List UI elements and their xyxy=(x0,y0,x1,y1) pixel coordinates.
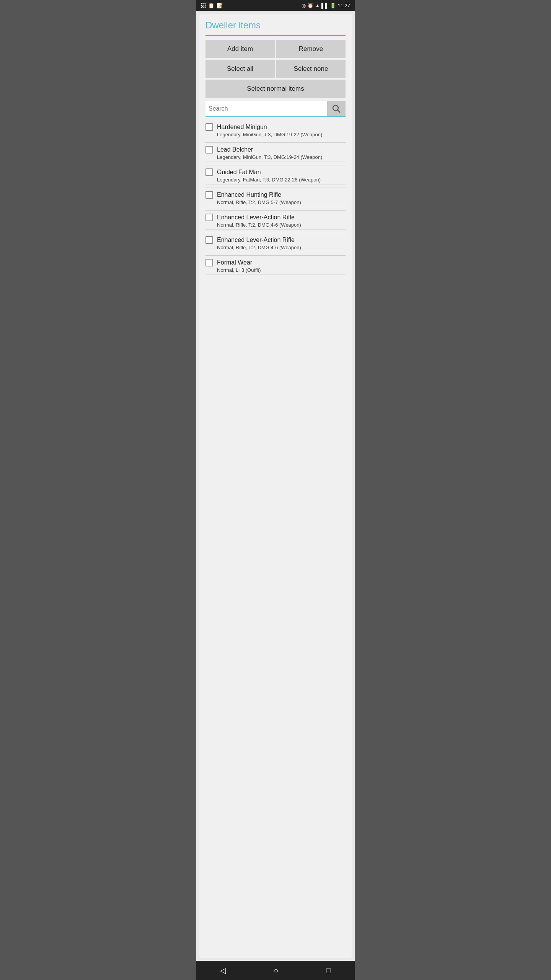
select-none-button[interactable]: Select none xyxy=(276,60,346,78)
recent-button[interactable]: □ xyxy=(318,965,338,977)
add-remove-row: Add item Remove xyxy=(205,40,346,58)
item-name-3: Enhanced Hunting Rifle xyxy=(217,191,281,198)
svg-point-0 xyxy=(333,105,338,111)
item-desc-1: Legendary, MiniGun, T:3, DMG:19-24 (Weap… xyxy=(205,154,346,162)
item-header-3: Enhanced Hunting Rifle xyxy=(205,191,346,199)
target-icon: ◎ xyxy=(302,3,306,8)
item-checkbox-0[interactable] xyxy=(205,123,213,131)
item-desc-5: Normal, Rifle, T:2, DMG:4-6 (Weapon) xyxy=(205,245,346,252)
item-header-2: Guided Fat Man xyxy=(205,168,346,176)
item-header-1: Lead Belcher xyxy=(205,146,346,154)
time-display: 11:27 xyxy=(337,3,350,8)
item-desc-6: Normal, L+3 (Outfit) xyxy=(205,267,346,275)
item-checkbox-2[interactable] xyxy=(205,168,213,176)
remove-button[interactable]: Remove xyxy=(276,40,346,58)
nav-bar: ◁ ○ □ xyxy=(196,961,355,980)
home-button[interactable]: ○ xyxy=(266,965,286,977)
list-item[interactable]: Lead BelcherLegendary, MiniGun, T:3, DMG… xyxy=(205,143,346,165)
item-desc-2: Legendary, FatMan, T:3, DMG:22-26 (Weapo… xyxy=(205,177,346,185)
alarm-icon: ⏰ xyxy=(307,3,313,8)
item-checkbox-4[interactable] xyxy=(205,214,213,221)
add-item-button[interactable]: Add item xyxy=(205,40,275,58)
select-all-button[interactable]: Select all xyxy=(205,60,275,78)
select-row: Select all Select none xyxy=(205,60,346,78)
item-checkbox-6[interactable] xyxy=(205,259,213,266)
status-left-icons: 🖼 📋 📝 xyxy=(201,3,223,8)
item-checkbox-1[interactable] xyxy=(205,146,213,154)
back-button[interactable]: ◁ xyxy=(212,964,233,977)
item-name-2: Guided Fat Man xyxy=(217,169,261,176)
item-name-1: Lead Belcher xyxy=(217,146,253,153)
modal-title: Dweller items xyxy=(205,20,346,31)
list-item[interactable]: Enhanced Hunting RifleNormal, Rifle, T:2… xyxy=(205,188,346,211)
status-bar: 🖼 📋 📝 ◎ ⏰ ▲ ▌▌ 🔋 11:27 xyxy=(196,0,355,11)
signal-icon: ▌▌ xyxy=(321,3,328,8)
items-list: Hardened MinigunLegendary, MiniGun, T:3,… xyxy=(205,120,346,952)
item-desc-3: Normal, Rifle, T:2, DMG:5-7 (Weapon) xyxy=(205,199,346,207)
clipboard-icon: 📝 xyxy=(217,3,223,8)
list-item[interactable]: Guided Fat ManLegendary, FatMan, T:3, DM… xyxy=(205,165,346,188)
battery-icon: 🔋 xyxy=(330,3,336,8)
item-desc-0: Legendary, MiniGun, T:3, DMG:19-22 (Weap… xyxy=(205,132,346,139)
title-divider xyxy=(205,35,346,36)
phone-frame: 🖼 📋 📝 ◎ ⏰ ▲ ▌▌ 🔋 11:27 Dweller items Add… xyxy=(196,0,355,980)
search-button[interactable] xyxy=(327,101,346,116)
modal-container: Dweller items Add item Remove Select all… xyxy=(199,14,352,958)
wifi-icon: ▲ xyxy=(315,3,320,8)
select-normal-button[interactable]: Select normal items xyxy=(205,80,346,98)
photo-icon: 🖼 xyxy=(201,3,206,8)
item-header-6: Formal Wear xyxy=(205,259,346,266)
item-checkbox-3[interactable] xyxy=(205,191,213,199)
list-item[interactable]: Formal WearNormal, L+3 (Outfit) xyxy=(205,256,346,278)
item-name-6: Formal Wear xyxy=(217,259,252,266)
item-name-4: Enhanced Lever-Action Rifle xyxy=(217,214,295,221)
item-desc-4: Normal, Rifle, T:2, DMG:4-6 (Weapon) xyxy=(205,222,346,230)
list-item[interactable]: Hardened MinigunLegendary, MiniGun, T:3,… xyxy=(205,120,346,143)
item-header-5: Enhanced Lever-Action Rifle xyxy=(205,236,346,244)
item-header-4: Enhanced Lever-Action Rifle xyxy=(205,214,346,221)
status-right-icons: ◎ ⏰ ▲ ▌▌ 🔋 11:27 xyxy=(302,3,350,8)
svg-line-1 xyxy=(338,110,341,113)
file-icon: 📋 xyxy=(208,3,214,8)
search-icon xyxy=(332,104,341,113)
list-item[interactable]: Enhanced Lever-Action RifleNormal, Rifle… xyxy=(205,211,346,233)
item-header-0: Hardened Minigun xyxy=(205,123,346,131)
search-row xyxy=(205,101,346,117)
item-name-5: Enhanced Lever-Action Rifle xyxy=(217,237,295,243)
search-input[interactable] xyxy=(205,101,327,116)
list-item[interactable]: Enhanced Lever-Action RifleNormal, Rifle… xyxy=(205,233,346,256)
item-checkbox-5[interactable] xyxy=(205,236,213,244)
item-name-0: Hardened Minigun xyxy=(217,124,267,131)
